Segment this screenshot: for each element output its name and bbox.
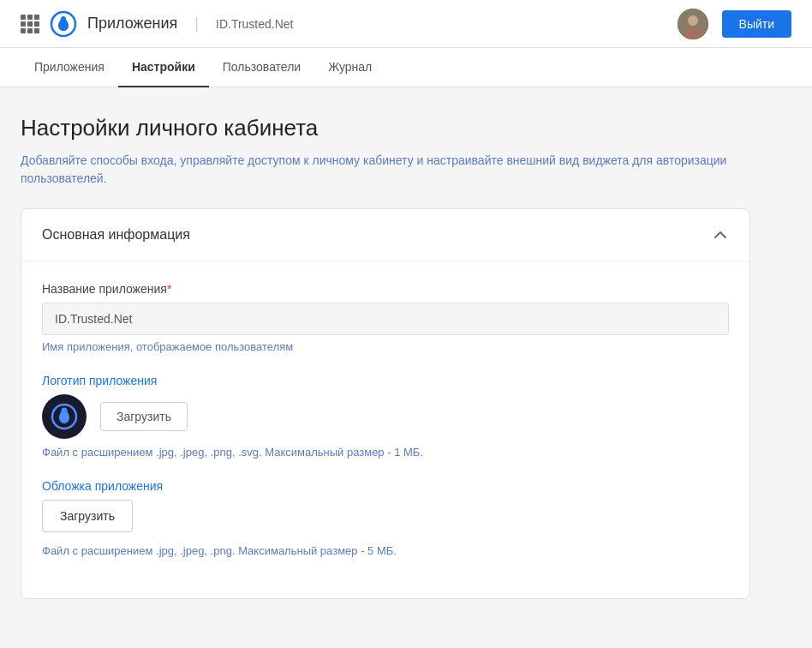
- app-name-input[interactable]: [42, 303, 729, 335]
- app-logo-icon: [50, 10, 77, 38]
- avatar[interactable]: [678, 9, 708, 39]
- logout-button[interactable]: Выйти: [722, 10, 791, 38]
- svg-point-1: [61, 16, 66, 21]
- header-title: Приложения: [87, 15, 177, 33]
- app-cover-group: Обложка приложения Загрузить Файл с расш…: [42, 479, 729, 557]
- required-mark: *: [167, 282, 171, 296]
- logo-hint: Файл с расширением .jpg, .jpeg, .png, .s…: [42, 446, 729, 459]
- tab-apps[interactable]: Приложения: [21, 48, 118, 87]
- card-body: Название приложения* Имя приложения, ото…: [21, 261, 749, 598]
- page-title: Настройки личного кабинета: [21, 115, 750, 141]
- app-name-label: Название приложения*: [42, 282, 729, 296]
- app-logo-group: Логотип приложения Загрузить Файл с расш…: [42, 374, 729, 459]
- nav-tabs: Приложения Настройки Пользователи Журнал: [0, 48, 812, 87]
- app-logo-preview: [42, 394, 87, 439]
- main-content: Настройки личного кабинета Добавляйте сп…: [0, 87, 771, 627]
- card-section-title: Основная информация: [42, 227, 190, 243]
- upload-cover-button[interactable]: Загрузить: [42, 500, 133, 532]
- logo-upload-row: Загрузить: [42, 394, 729, 439]
- header: Приложения | ID.Trusted.Net Выйти: [0, 0, 812, 48]
- header-left: Приложения | ID.Trusted.Net: [21, 10, 294, 38]
- settings-card: Основная информация Название приложения*…: [21, 208, 750, 599]
- svg-point-6: [62, 408, 68, 414]
- page-description: Добавляйте способы входа, управляйте дос…: [21, 152, 750, 188]
- app-logo-label: Логотип приложения: [42, 374, 729, 387]
- upload-logo-button[interactable]: Загрузить: [100, 402, 188, 431]
- svg-point-3: [688, 15, 698, 26]
- collapse-icon[interactable]: [712, 226, 729, 243]
- cover-hint: Файл с расширением .jpg, .jpeg, .png. Ма…: [42, 544, 729, 557]
- tab-users[interactable]: Пользователи: [209, 48, 314, 87]
- header-divider: |: [194, 15, 199, 33]
- app-cover-label: Обложка приложения: [42, 479, 729, 493]
- card-header: Основная информация: [21, 209, 749, 261]
- header-right: Выйти: [678, 9, 791, 39]
- header-subtitle: ID.Trusted.Net: [216, 17, 294, 31]
- grid-icon[interactable]: [21, 15, 39, 33]
- tab-settings[interactable]: Настройки: [118, 48, 209, 87]
- tab-journal[interactable]: Журнал: [314, 48, 385, 87]
- app-name-group: Название приложения* Имя приложения, ото…: [42, 282, 729, 353]
- app-name-hint: Имя приложения, отображаемое пользовател…: [42, 340, 729, 353]
